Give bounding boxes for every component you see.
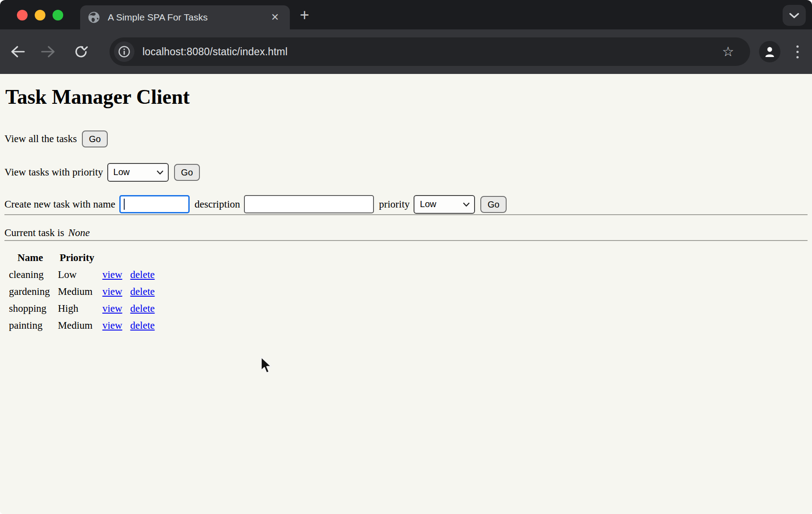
view-all-go-button[interactable]: Go — [82, 131, 108, 147]
tasks-table: Name Priority cleaning Low view delete g… — [5, 249, 160, 335]
priority-column-header: Priority — [55, 250, 99, 266]
table-row: painting Medium view delete — [6, 318, 159, 334]
view-all-label: View all the tasks — [4, 133, 77, 145]
address-bar[interactable]: localhost:8080/static/index.html ☆ — [110, 37, 750, 66]
view-task-link[interactable]: view — [102, 320, 122, 331]
delete-task-link[interactable]: delete — [130, 286, 155, 297]
browser-toolbar: localhost:8080/static/index.html ☆ — [0, 29, 812, 74]
kebab-menu-icon — [796, 51, 799, 53]
current-task-value: None — [68, 227, 90, 239]
tab-strip: A Simple SPA For Tasks ✕ + — [0, 0, 812, 29]
kebab-menu-icon — [796, 56, 799, 58]
description-label: description — [195, 199, 240, 210]
task-name-cell: painting — [6, 318, 54, 334]
priority-filter-value: Low — [114, 167, 130, 177]
create-task-row: Create new task with name description pr… — [4, 195, 808, 214]
site-info-button[interactable] — [114, 41, 134, 62]
table-header-row: Name Priority — [6, 250, 159, 266]
name-column-header: Name — [6, 250, 54, 266]
page-title: Task Manager Client — [5, 86, 808, 109]
new-task-priority-select[interactable]: Low — [414, 195, 475, 214]
maximize-window-button[interactable] — [53, 10, 63, 20]
tab-search-button[interactable] — [783, 5, 806, 26]
task-priority-cell: Medium — [55, 318, 99, 334]
create-task-label: Create new task with name — [4, 199, 115, 210]
back-icon — [10, 45, 25, 58]
delete-task-link[interactable]: delete — [130, 320, 155, 331]
reload-icon — [74, 45, 88, 59]
task-description-input[interactable] — [244, 195, 374, 213]
avatar-icon — [763, 45, 776, 58]
new-tab-icon[interactable]: + — [296, 7, 313, 25]
create-task-go-button[interactable]: Go — [480, 196, 507, 213]
task-priority-cell: Low — [55, 267, 99, 283]
view-task-link[interactable]: view — [102, 286, 122, 297]
traffic-lights — [17, 10, 63, 20]
view-task-link[interactable]: view — [102, 269, 122, 280]
browser-tab[interactable]: A Simple SPA For Tasks ✕ — [80, 5, 290, 29]
task-priority-cell: High — [55, 301, 99, 317]
delete-task-link[interactable]: delete — [130, 303, 155, 314]
globe-icon — [87, 11, 101, 24]
new-task-priority-value: Low — [420, 199, 436, 209]
kebab-menu-icon — [796, 45, 799, 48]
reload-button[interactable] — [70, 41, 92, 62]
task-name-cell: gardening — [6, 284, 54, 300]
back-button[interactable] — [7, 41, 28, 62]
info-icon — [118, 45, 130, 58]
forward-icon — [41, 45, 56, 58]
view-priority-go-button[interactable]: Go — [174, 164, 200, 181]
priority-filter-select[interactable]: Low — [107, 163, 169, 182]
table-row: cleaning Low view delete — [6, 267, 159, 283]
view-all-row: View all the tasks Go — [4, 129, 808, 149]
current-task-line: Current task is None — [4, 226, 808, 240]
chevron-down-icon — [463, 202, 470, 207]
task-priority-cell: Medium — [55, 284, 99, 300]
priority-label: priority — [379, 199, 410, 210]
table-row: shopping High view delete — [6, 301, 159, 317]
close-tab-icon[interactable]: ✕ — [268, 11, 283, 24]
page-content: Task Manager Client View all the tasks G… — [0, 74, 812, 514]
divider — [4, 240, 808, 241]
delete-task-link[interactable]: delete — [130, 269, 155, 280]
task-name-input[interactable] — [119, 195, 190, 213]
task-name-cell: cleaning — [6, 267, 54, 283]
view-priority-row: View tasks with priority Low Go — [4, 163, 808, 182]
url-text[interactable]: localhost:8080/static/index.html — [142, 46, 288, 58]
close-window-button[interactable] — [17, 10, 28, 20]
tab-title: A Simple SPA For Tasks — [108, 12, 268, 23]
task-name-cell: shopping — [6, 301, 54, 317]
table-row: gardening Medium view delete — [6, 284, 159, 300]
current-task-label: Current task is — [4, 227, 64, 239]
view-priority-label: View tasks with priority — [4, 167, 103, 178]
chevron-down-icon — [156, 170, 164, 175]
divider — [4, 214, 808, 215]
browser-window: A Simple SPA For Tasks ✕ + — [0, 0, 812, 514]
bookmark-star-icon[interactable]: ☆ — [722, 45, 734, 58]
profile-button[interactable] — [759, 41, 780, 62]
actions-column-header — [128, 250, 159, 266]
text-caret — [124, 199, 125, 210]
forward-button[interactable] — [37, 41, 59, 62]
menu-button[interactable] — [796, 45, 799, 58]
chevron-down-icon — [789, 12, 800, 19]
view-task-link[interactable]: view — [102, 303, 122, 314]
actions-column-header — [100, 250, 127, 266]
minimize-window-button[interactable] — [35, 10, 45, 20]
